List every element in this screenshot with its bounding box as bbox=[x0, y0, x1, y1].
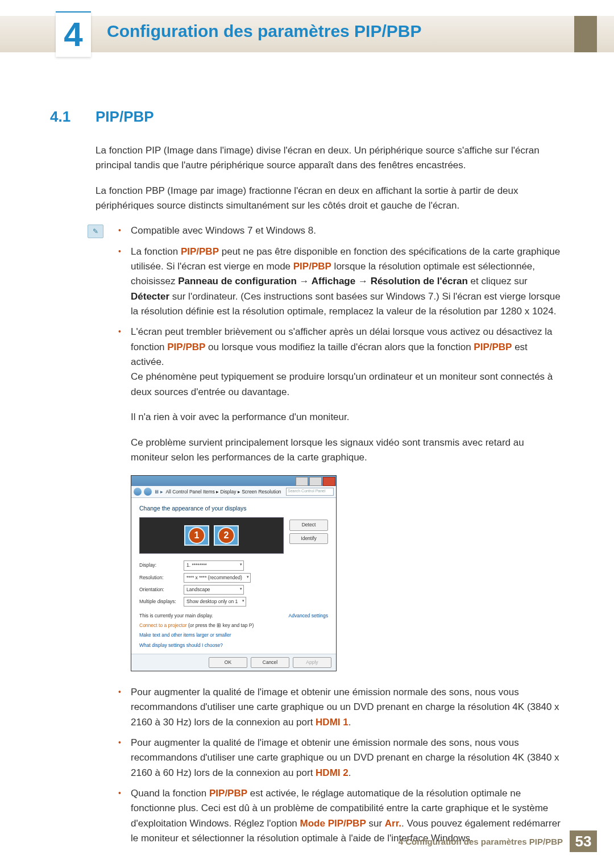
pippbp-term: PIP/PBP bbox=[293, 261, 331, 272]
info-bullet-5: Pour augmenter la qualité de l'image et … bbox=[131, 736, 563, 780]
text: Quand la fonction bbox=[131, 788, 209, 799]
chapter-badge: 4 bbox=[56, 11, 91, 57]
ok-button[interactable]: OK bbox=[209, 657, 247, 668]
button-bar: OK Cancel Apply bbox=[131, 654, 336, 671]
main-display-msg: This is currently your main display. bbox=[139, 612, 213, 620]
control-panel-term: Panneau de configuration bbox=[178, 276, 297, 286]
search-input[interactable]: Search Control Panel bbox=[286, 488, 334, 496]
detect-button[interactable]: Detect bbox=[289, 520, 328, 530]
monitor-2[interactable]: 2 bbox=[214, 525, 239, 546]
text: . bbox=[349, 767, 351, 778]
minimize-button[interactable] bbox=[296, 477, 308, 486]
arrow-icon: → bbox=[355, 276, 370, 286]
pippbp-term: PIP/PBP bbox=[209, 788, 247, 799]
display-preview: 1 2 bbox=[139, 517, 284, 554]
select-orientation[interactable]: Landscape bbox=[184, 585, 244, 595]
info-bullet-1: Compatible avec Windows 7 et Windows 8. bbox=[131, 223, 563, 238]
link-which-settings[interactable]: What display settings should I choose? bbox=[139, 642, 328, 649]
header-accent-stripe bbox=[574, 16, 597, 52]
monitor-1[interactable]: 1 bbox=[184, 525, 209, 546]
maximize-button[interactable] bbox=[309, 477, 322, 486]
info-bullet-3-sub-2: Il n'a rien à voir avec la performance d… bbox=[131, 410, 563, 425]
hdmi-port-term: HDMI 1 bbox=[316, 717, 349, 728]
window-titlebar bbox=[131, 476, 336, 486]
cancel-button[interactable]: Cancel bbox=[251, 657, 289, 668]
info-bullet-3-sub-1: Ce phénomène peut typiquement se produir… bbox=[131, 369, 563, 400]
label-multiple-displays: Multiple displays: bbox=[139, 598, 184, 605]
display-term: Affichage bbox=[312, 276, 355, 286]
body-content: La fonction PIP (Image dans l'image) div… bbox=[96, 143, 563, 854]
text: . bbox=[349, 717, 351, 728]
page-number-badge: 53 bbox=[570, 830, 597, 852]
control-panel-figure: 🖥 ▸ All Control Panel Items ▸ Display ▸ … bbox=[131, 475, 563, 671]
breadcrumb[interactable]: All Control Panel Items ▸ Display ▸ Scre… bbox=[165, 488, 281, 496]
link-projector-text: Connect to a projector bbox=[139, 622, 187, 628]
link-projector-hint: (or press the ⊞ key and tap P) bbox=[187, 622, 254, 628]
info-block: ✎ Compatible avec Windows 7 et Windows 8… bbox=[96, 223, 563, 846]
text: sur bbox=[366, 818, 385, 829]
select-display[interactable]: 1. ******** bbox=[184, 560, 244, 570]
chapter-title: Configuration des paramètres PIP/PBP bbox=[107, 22, 421, 41]
nav-forward-icon[interactable] bbox=[144, 488, 152, 496]
label-orientation: Orientation: bbox=[139, 586, 184, 593]
text: et cliquez sur bbox=[468, 276, 528, 286]
monitor-1-badge: 1 bbox=[188, 527, 205, 544]
mode-pippbp-term: Mode PIP/PBP bbox=[300, 818, 366, 829]
detect-term: Détecter bbox=[131, 291, 169, 302]
intro-paragraph-2: La fonction PBP (Image par image) fracti… bbox=[96, 184, 563, 214]
info-icon: ✎ bbox=[88, 225, 103, 238]
info-bullet-4: Pour augmenter la qualité de l'image et … bbox=[131, 685, 563, 730]
off-term: Arr. bbox=[385, 818, 401, 829]
select-resolution[interactable]: **** x **** (recommended) bbox=[184, 573, 251, 583]
label-display: Display: bbox=[139, 562, 184, 569]
footer: 4 Configuration des paramètres PIP/PBP 5… bbox=[399, 830, 597, 852]
link-projector[interactable]: Connect to a projector (or press the ⊞ k… bbox=[139, 622, 328, 629]
identify-button[interactable]: Identify bbox=[289, 533, 328, 544]
text: sur l'ordinateur. (Ces instructions sont… bbox=[131, 291, 561, 317]
resolution-term: Résolution de l'écran bbox=[371, 276, 468, 286]
text: ou lorsque vous modifiez la taille d'écr… bbox=[205, 342, 474, 352]
pippbp-term: PIP/PBP bbox=[167, 342, 205, 352]
link-advanced-settings[interactable]: Advanced settings bbox=[289, 612, 328, 620]
text: La fonction bbox=[131, 246, 181, 257]
apply-button[interactable]: Apply bbox=[293, 657, 331, 668]
nav-row: 🖥 ▸ All Control Panel Items ▸ Display ▸ … bbox=[131, 486, 336, 498]
page: 4 Configuration des paramètres PIP/PBP 4… bbox=[0, 0, 614, 868]
label-resolution: Resolution: bbox=[139, 574, 184, 582]
monitor-2-badge: 2 bbox=[218, 527, 235, 544]
info-bullet-3: L'écran peut trembler brièvement ou s'af… bbox=[131, 325, 563, 671]
nav-back-icon[interactable] bbox=[134, 488, 142, 496]
close-button[interactable] bbox=[323, 477, 335, 486]
panel-heading: Change the appearance of your displays bbox=[139, 504, 328, 513]
section-number: 4.1 bbox=[50, 108, 70, 126]
pippbp-term: PIP/PBP bbox=[474, 342, 512, 352]
footer-text: 4 Configuration des paramètres PIP/PBP bbox=[399, 837, 563, 846]
control-panel-window: 🖥 ▸ All Control Panel Items ▸ Display ▸ … bbox=[131, 475, 337, 671]
select-multiple-displays[interactable]: Show desktop only on 1 bbox=[184, 597, 246, 607]
pippbp-term: PIP/PBP bbox=[181, 246, 219, 257]
intro-paragraph-1: La fonction PIP (Image dans l'image) div… bbox=[96, 143, 563, 173]
display-form: Display:1. ******** Resolution:**** x **… bbox=[139, 560, 328, 607]
info-bullet-3-sub-3: Ce problème survient principalement lors… bbox=[131, 435, 563, 466]
chapter-number: 4 bbox=[64, 18, 82, 52]
hdmi-port-term: HDMI 2 bbox=[316, 767, 349, 778]
info-bullet-2: La fonction PIP/PBP peut ne pas être dis… bbox=[131, 244, 563, 319]
section-title: PIP/PBP bbox=[96, 108, 154, 126]
arrow-icon: → bbox=[297, 276, 312, 286]
panel-body: Change the appearance of your displays 1… bbox=[131, 498, 336, 654]
info-list: Compatible avec Windows 7 et Windows 8. … bbox=[131, 223, 563, 846]
link-text-size[interactable]: Make text and other items larger or smal… bbox=[139, 632, 328, 639]
